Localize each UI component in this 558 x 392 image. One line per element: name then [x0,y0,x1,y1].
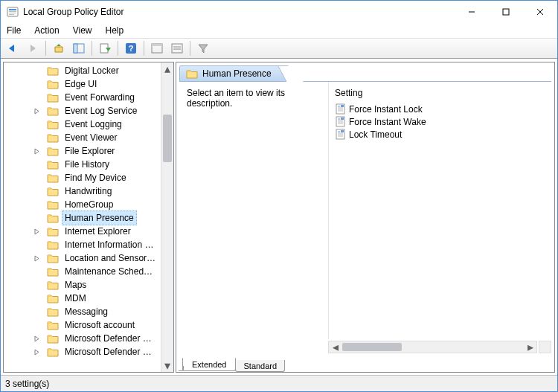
refresh-button[interactable] [168,40,186,57]
folder-icon [47,347,59,357]
tree-item-label: Event Logging [62,117,125,132]
folder-icon [47,173,59,183]
toolbar-separator [118,41,118,56]
tree-item-label: Edge UI [62,77,100,91]
tree-item[interactable]: File History [45,158,173,171]
svg-rect-35 [341,105,344,107]
tree-item[interactable]: MDM [45,292,173,305]
policy-icon [335,103,346,115]
tree-item[interactable]: Event Log Service [45,104,173,118]
setting-item[interactable]: Lock Timeout [332,128,548,141]
tree-item-label: Event Log Service [62,103,140,118]
tree-item[interactable]: Edge UI [45,77,173,91]
expand-icon[interactable] [32,147,41,155]
tree-item[interactable]: Handwriting [45,184,173,198]
tree-item[interactable]: Maps [45,278,173,292]
up-button[interactable] [50,40,68,57]
help-button[interactable]: ? [122,40,140,57]
svg-rect-2 [9,11,16,12]
tree-item-label: File Explorer [62,144,118,158]
tree-item-label: Messaging [62,304,111,319]
svg-rect-1 [9,9,16,10]
tree-item[interactable]: Event Forwarding [45,91,173,104]
scroll-up-icon[interactable]: ▴ [161,62,173,75]
scroll-right-icon[interactable]: ▸ [524,341,536,353]
menu-action[interactable]: Action [33,25,60,36]
folder-icon [47,160,59,170]
tree-item[interactable]: File Explorer [45,144,173,158]
tree-item[interactable]: Microsoft Defender … [45,345,173,359]
details-horizontal-scrollbar[interactable]: ◂ ▸ [328,341,537,353]
details-pane: Human Presence Select an item to view it… [176,62,555,373]
svg-rect-13 [74,44,77,53]
status-bar: 3 setting(s) [1,375,557,391]
tree-item[interactable]: Location and Sensor… [45,251,173,265]
svg-marker-26 [35,229,39,234]
tree-scroll-area[interactable]: Digital LockerEdge UIEvent ForwardingEve… [4,62,173,372]
column-header-setting[interactable]: Setting [332,86,548,103]
window-title: Local Group Policy Editor [23,7,455,17]
tree-item[interactable]: Digital Locker [45,64,173,77]
setting-label: Force Instant Lock [349,104,423,115]
details-hscroll-area: ◂ ▸ [179,341,551,353]
folder-icon [47,120,59,129]
tree-item-label: File History [62,157,112,172]
folder-icon [47,133,59,143]
svg-marker-11 [57,44,61,46]
tree-item[interactable]: Human Presence [45,211,173,225]
tree-item[interactable]: Microsoft account [45,318,173,332]
tree-item[interactable]: Find My Device [45,171,173,184]
show-hide-tree-button[interactable] [70,40,88,57]
tab-standard[interactable]: Standard [235,360,285,372]
tree-item[interactable]: HomeGroup [45,198,173,211]
menu-file[interactable]: File [5,25,22,36]
scroll-left-icon[interactable]: ◂ [329,341,341,353]
tree-item[interactable]: Internet Information … [45,238,173,251]
setting-item[interactable]: Force Instant Lock [332,103,548,115]
tree-item-label: Maps [62,277,89,292]
expand-icon[interactable] [32,347,41,356]
svg-rect-20 [172,44,182,53]
tree-item-label: Handwriting [62,184,115,199]
setting-item[interactable]: Force Instant Wake [332,115,548,128]
forward-button[interactable] [24,40,42,57]
expand-icon[interactable] [32,106,41,115]
details-heading: Human Presence [179,65,289,81]
properties-button[interactable] [148,40,166,57]
menu-view[interactable]: View [71,25,94,36]
svg-rect-6 [503,9,509,15]
folder-icon [47,187,59,196]
svg-rect-41 [341,118,344,120]
settings-list-panel: Setting Force Instant LockForce Instant … [328,82,551,339]
expand-icon[interactable] [32,334,41,343]
folder-icon [47,200,59,210]
export-list-button[interactable] [96,40,114,57]
tree-item[interactable]: Event Logging [45,118,173,131]
folder-icon [47,240,59,250]
scroll-thumb[interactable] [163,115,172,162]
folder-icon [47,93,59,103]
hscroll-thumb[interactable] [342,343,402,351]
tree-item[interactable]: Internet Explorer [45,225,173,238]
tree-item-label: Location and Sensor… [62,251,158,266]
expand-icon[interactable] [32,254,41,263]
expand-icon[interactable] [32,227,41,236]
minimize-button[interactable] [455,1,489,23]
menu-help[interactable]: Help [104,25,126,36]
svg-rect-4 [9,14,14,15]
tab-extended[interactable]: Extended [182,358,236,371]
svg-marker-28 [35,336,39,341]
scroll-down-icon[interactable]: ▾ [161,359,173,372]
close-button[interactable] [523,1,557,23]
maximize-button[interactable] [489,1,523,23]
main-content: Digital LockerEdge UIEvent ForwardingEve… [1,59,557,375]
folder-icon [47,147,59,156]
tree-item[interactable]: Microsoft Defender … [45,332,173,345]
back-button[interactable] [4,40,22,57]
filter-button[interactable] [194,40,212,57]
tree-item[interactable]: Maintenance Sched… [45,265,173,278]
tree-item[interactable]: Event Viewer [45,131,173,144]
tree-vertical-scrollbar[interactable]: ▴ ▾ [161,62,173,372]
policy-icon [335,116,346,127]
tree-item[interactable]: Messaging [45,305,173,318]
